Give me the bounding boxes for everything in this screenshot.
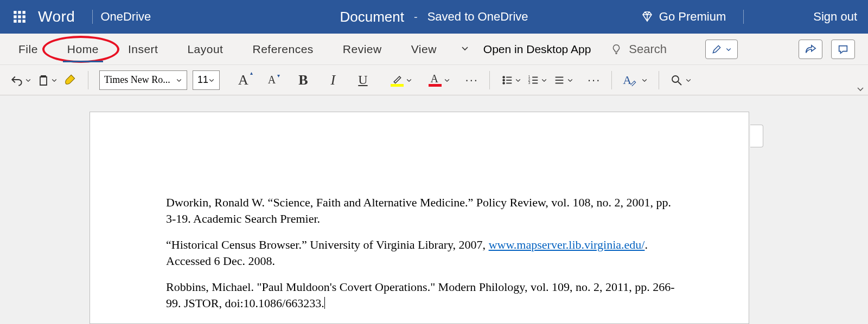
undo-button[interactable] <box>10 70 31 90</box>
tabs-right-controls <box>705 40 855 59</box>
grow-font-button[interactable]: A▴ <box>238 70 248 90</box>
svg-rect-6 <box>14 20 16 22</box>
share-icon <box>805 43 816 55</box>
svg-rect-2 <box>22 11 25 14</box>
pencil-icon <box>711 44 722 55</box>
separator <box>659 71 659 89</box>
font-family-value: Times New Ro... <box>104 74 170 86</box>
document-title[interactable]: Document <box>340 9 404 25</box>
svg-point-24 <box>672 76 679 82</box>
diamond-icon <box>641 10 654 23</box>
undo-icon <box>10 73 24 87</box>
svg-point-11 <box>503 79 505 81</box>
number-list-icon: 123 <box>527 74 540 86</box>
svg-point-13 <box>503 82 505 84</box>
font-size-value: 11 <box>197 74 208 86</box>
highlighter-icon <box>391 74 404 85</box>
align-icon <box>553 74 566 86</box>
dash: - <box>414 11 418 23</box>
chevron-down-icon <box>641 77 648 83</box>
chevron-down-icon <box>541 77 547 83</box>
sign-out-button[interactable]: Sign out <box>813 10 857 24</box>
comment-icon <box>837 43 849 55</box>
align-button[interactable] <box>553 70 573 90</box>
find-button[interactable] <box>670 70 692 90</box>
svg-rect-8 <box>22 20 25 22</box>
pen-icon <box>629 79 637 86</box>
svg-point-9 <box>503 76 505 78</box>
citation-1: Dworkin, Ronald W. “Science, Faith and A… <box>166 195 678 227</box>
tab-review[interactable]: Review <box>337 40 387 59</box>
go-premium-label: Go Premium <box>659 10 726 24</box>
search-label: Search <box>629 42 667 56</box>
citation-3: Robbins, Michael. "Paul Muldoon's Covert… <box>166 279 678 312</box>
citation-2-link[interactable]: www.mapserver.lib.virginia.edu/ <box>489 238 645 251</box>
svg-rect-4 <box>18 15 21 18</box>
more-tabs-chevron-icon[interactable] <box>461 44 469 55</box>
tab-insert[interactable]: Insert <box>123 40 164 59</box>
more-font-options-button[interactable]: ··· <box>465 70 478 90</box>
citation-2: “Historical Census Browser.” University … <box>166 237 678 269</box>
app-name[interactable]: Word <box>38 8 75 25</box>
clipboard-icon <box>37 73 50 87</box>
styles-button[interactable]: A <box>623 70 648 90</box>
svg-rect-7 <box>18 20 21 22</box>
format-painter-button[interactable] <box>63 70 77 90</box>
tab-layout[interactable]: Layout <box>182 40 228 59</box>
ribbon-home: Times New Ro... 11 A▴ A▾ B I U A ··· <box>0 65 868 95</box>
font-color-button[interactable]: A <box>429 70 450 90</box>
bold-button[interactable]: B <box>298 70 308 90</box>
italic-button[interactable]: I <box>331 70 336 90</box>
location-label[interactable]: OneDrive <box>100 10 151 24</box>
chevron-down-icon <box>406 77 412 83</box>
search-area[interactable]: Search <box>610 42 667 56</box>
separator <box>92 10 93 24</box>
document-page[interactable]: Dworkin, Ronald W. “Science, Faith and A… <box>90 112 749 324</box>
document-canvas: Dworkin, Ronald W. “Science, Faith and A… <box>0 95 868 324</box>
separator <box>743 10 744 24</box>
separator <box>489 71 490 89</box>
chevron-down-icon <box>685 77 692 83</box>
separator <box>88 71 88 89</box>
lightbulb-icon <box>610 43 622 55</box>
chevron-down-icon <box>208 77 215 83</box>
collapse-ribbon-chevron-icon[interactable] <box>856 85 865 95</box>
comments-button[interactable] <box>831 40 855 59</box>
tab-file[interactable]: File <box>13 40 43 59</box>
paste-button[interactable] <box>37 70 58 90</box>
underline-button[interactable]: U <box>358 70 367 90</box>
tab-home[interactable]: Home <box>62 40 104 59</box>
titlebar-right: Go Premium Sign out <box>641 10 857 24</box>
search-icon <box>670 74 683 87</box>
document-body[interactable]: Dworkin, Ronald W. “Science, Faith and A… <box>166 195 678 321</box>
svg-rect-0 <box>14 11 16 14</box>
numbering-button[interactable]: 123 <box>527 70 547 90</box>
go-premium-button[interactable]: Go Premium <box>641 10 726 24</box>
open-in-desktop-button[interactable]: Open in Desktop App <box>483 43 591 56</box>
svg-rect-3 <box>14 15 16 18</box>
svg-rect-5 <box>22 15 25 18</box>
svg-line-25 <box>678 82 681 85</box>
font-family-select[interactable]: Times New Ro... <box>99 70 187 90</box>
share-button[interactable] <box>799 40 822 59</box>
editing-mode-button[interactable] <box>705 40 738 59</box>
chevron-down-icon <box>725 46 732 53</box>
chevron-down-icon <box>51 77 58 83</box>
bullets-button[interactable] <box>501 70 521 90</box>
bullet-list-icon <box>501 74 514 86</box>
chevron-down-icon <box>567 77 573 83</box>
shrink-font-button[interactable]: A▾ <box>268 70 276 90</box>
more-paragraph-options-button[interactable]: ··· <box>588 70 601 90</box>
page-side-tab[interactable] <box>750 125 763 147</box>
font-size-select[interactable]: 11 <box>193 70 220 90</box>
text-cursor <box>324 297 325 309</box>
title-bar: Word OneDrive Document - Saved to OneDri… <box>0 0 868 34</box>
save-status: Saved to OneDrive <box>427 10 528 24</box>
tab-view[interactable]: View <box>406 40 442 59</box>
tab-references[interactable]: References <box>247 40 318 59</box>
chevron-down-icon <box>515 77 521 83</box>
highlight-color-button[interactable] <box>391 70 412 90</box>
chevron-down-icon <box>444 77 450 83</box>
app-launcher-icon[interactable] <box>11 8 28 25</box>
ribbon-tabs: File Home Insert Layout References Revie… <box>0 34 868 65</box>
